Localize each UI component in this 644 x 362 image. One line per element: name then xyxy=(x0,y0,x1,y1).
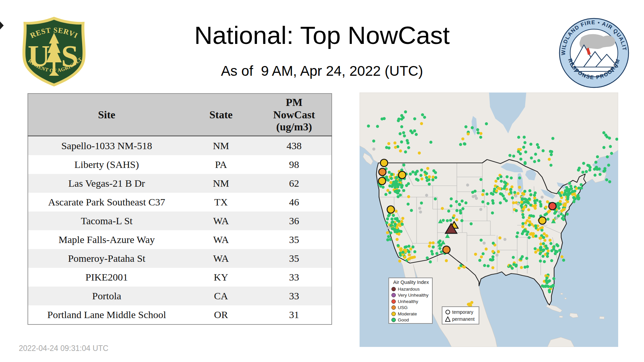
monitor-dot[interactable] xyxy=(528,224,531,227)
monitor-dot[interactable] xyxy=(552,248,555,251)
monitor-dot[interactable] xyxy=(560,255,564,258)
monitor-dot[interactable] xyxy=(544,206,547,209)
monitor-dot[interactable] xyxy=(509,191,513,194)
monitor-dot[interactable] xyxy=(512,201,515,204)
monitor-dot[interactable] xyxy=(491,212,494,215)
monitor-dot[interactable] xyxy=(517,202,520,205)
monitor-dot[interactable] xyxy=(465,125,468,128)
monitor-dot[interactable] xyxy=(394,190,397,193)
monitor-dot[interactable] xyxy=(505,175,508,178)
monitor-dot[interactable] xyxy=(401,223,404,226)
monitor-dot[interactable] xyxy=(527,208,530,211)
monitor-dot[interactable] xyxy=(582,162,585,165)
monitor-dot[interactable] xyxy=(540,248,543,251)
monitor-dot[interactable] xyxy=(542,255,545,258)
monitor-dot[interactable] xyxy=(608,180,611,183)
monitor-dot[interactable] xyxy=(536,143,539,146)
monitor-dot[interactable] xyxy=(524,161,527,164)
monitor-dot[interactable] xyxy=(474,253,477,256)
monitor-dot[interactable] xyxy=(519,148,522,151)
monitor-dot[interactable] xyxy=(491,266,494,269)
monitor-dot[interactable] xyxy=(399,248,402,251)
monitor-dot[interactable] xyxy=(527,201,530,204)
monitor-dot[interactable] xyxy=(420,174,423,177)
monitor-dot[interactable] xyxy=(471,126,474,129)
monitor-dot[interactable] xyxy=(534,204,537,207)
monitor-dot[interactable] xyxy=(405,249,408,252)
top-site-marker[interactable] xyxy=(398,171,406,179)
top-site-marker[interactable] xyxy=(387,206,394,213)
monitor-dot[interactable] xyxy=(547,285,550,288)
monitor-dot[interactable] xyxy=(413,117,416,120)
monitor-dot[interactable] xyxy=(565,186,568,189)
monitor-dot[interactable] xyxy=(455,200,458,203)
monitor-dot[interactable] xyxy=(589,166,592,169)
monitor-dot[interactable] xyxy=(387,235,390,238)
monitor-dot[interactable] xyxy=(407,146,410,149)
monitor-dot[interactable] xyxy=(526,265,529,268)
monitor-dot[interactable] xyxy=(549,242,552,245)
monitor-dot[interactable] xyxy=(420,169,423,172)
monitor-dot[interactable] xyxy=(539,252,542,255)
monitor-dot[interactable] xyxy=(557,215,560,218)
monitor-dot[interactable] xyxy=(407,182,410,185)
monitor-dot[interactable] xyxy=(442,219,445,222)
monitor-dot[interactable] xyxy=(504,182,507,185)
monitor-dot[interactable] xyxy=(492,202,495,205)
monitor-dot[interactable] xyxy=(515,209,518,212)
monitor-dot[interactable] xyxy=(407,195,410,198)
monitor-dot[interactable] xyxy=(521,213,524,216)
monitor-dot[interactable] xyxy=(502,194,505,197)
monitor-dot[interactable] xyxy=(521,225,524,228)
monitor-dot[interactable] xyxy=(577,169,580,172)
monitor-dot[interactable] xyxy=(413,250,416,253)
monitor-dot[interactable] xyxy=(545,234,548,237)
monitor-dot[interactable] xyxy=(482,252,485,255)
monitor-dot[interactable] xyxy=(479,178,482,181)
monitor-dot[interactable] xyxy=(387,146,390,149)
monitor-dot[interactable] xyxy=(389,181,392,184)
monitor-dot[interactable] xyxy=(466,184,469,187)
monitor-dot[interactable] xyxy=(472,195,475,198)
monitor-dot[interactable] xyxy=(398,132,401,135)
monitor-dot[interactable] xyxy=(498,236,501,239)
monitor-dot[interactable] xyxy=(408,253,411,256)
monitor-dot[interactable] xyxy=(461,219,464,222)
monitor-dot[interactable] xyxy=(548,209,551,213)
monitor-dot[interactable] xyxy=(463,142,466,145)
monitor-dot[interactable] xyxy=(541,285,544,288)
monitor-dot[interactable] xyxy=(425,172,428,175)
monitor-dot[interactable] xyxy=(610,152,613,155)
monitor-dot[interactable] xyxy=(397,233,400,236)
monitor-dot[interactable] xyxy=(429,141,432,144)
monitor-dot[interactable] xyxy=(539,237,542,240)
monitor-dot[interactable] xyxy=(410,256,413,259)
monitor-dot[interactable] xyxy=(497,250,500,253)
monitor-dot[interactable] xyxy=(562,215,565,218)
monitor-dot[interactable] xyxy=(559,203,562,206)
monitor-dot[interactable] xyxy=(533,196,536,199)
monitor-dot[interactable] xyxy=(530,157,533,160)
monitor-dot[interactable] xyxy=(526,233,529,236)
monitor-dot[interactable] xyxy=(394,210,397,213)
top-site-marker[interactable] xyxy=(549,202,556,210)
monitor-dot[interactable] xyxy=(394,217,397,220)
monitor-dot[interactable] xyxy=(432,241,435,244)
monitor-dot[interactable] xyxy=(402,131,405,134)
monitor-dot[interactable] xyxy=(491,193,494,196)
monitor-dot[interactable] xyxy=(399,149,402,153)
monitor-dot[interactable] xyxy=(479,132,482,135)
monitor-dot[interactable] xyxy=(550,150,553,153)
monitor-dot[interactable] xyxy=(423,116,426,119)
monitor-dot[interactable] xyxy=(434,171,437,174)
monitor-dot[interactable] xyxy=(462,207,465,210)
monitor-dot[interactable] xyxy=(479,136,482,139)
monitor-dot[interactable] xyxy=(510,176,513,179)
monitor-dot[interactable] xyxy=(558,211,561,214)
monitor-dot[interactable] xyxy=(499,175,502,178)
monitor-dot[interactable] xyxy=(529,143,532,146)
monitor-dot[interactable] xyxy=(384,193,387,196)
monitor-dot[interactable] xyxy=(376,125,379,128)
monitor-dot[interactable] xyxy=(524,150,527,154)
monitor-dot[interactable] xyxy=(486,202,489,205)
